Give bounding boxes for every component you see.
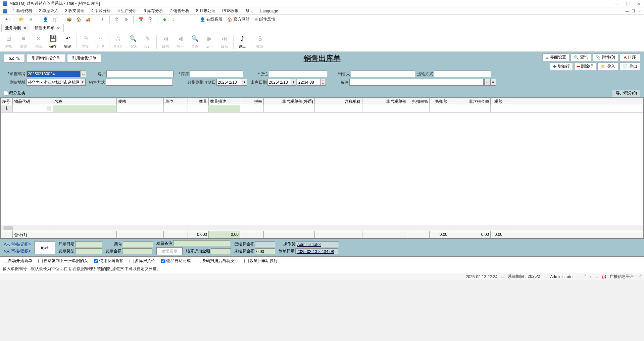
check-auto-copy-header[interactable]: 自动复制上一张单据的头 [38,258,88,264]
toolbar-保存[interactable]: 💾保存 [46,35,60,49]
ship-addr-dropdown[interactable]: ▾ [80,79,86,86]
grid-cell[interactable] [449,105,491,112]
column-header[interactable]: 单位 [164,98,188,105]
link-mail-feedback[interactable]: ✉邮件反馈 [252,16,277,22]
order-ref-button[interactable]: 引用销售订单 [67,54,101,62]
link-official-site[interactable]: 🏠官方网站 [225,16,252,22]
mdi-minimize[interactable]: — [625,9,629,13]
status-icon-2[interactable]: ↓ [589,274,591,279]
check-qty-enter-newline[interactable]: 数量回车后换行 [244,258,278,264]
tb-calendar[interactable]: 📅 [136,16,145,23]
tb-info[interactable]: i [98,16,107,23]
tb-box[interactable]: 📦 [65,16,73,23]
status-more-2[interactable]: ... [543,274,547,279]
grid-cell[interactable] [188,105,209,112]
status-broadcast[interactable]: 广播信息平台 [610,274,634,280]
tb-help[interactable]: ❓ [146,16,154,23]
grid-body[interactable]: 1... [1,105,643,225]
toolbar-退出[interactable]: ⤴退出 [235,35,250,49]
grid-cell[interactable] [362,105,408,112]
grid-cell[interactable] [53,105,117,112]
menu-basic-data[interactable]: 1 基础资料 [9,8,36,14]
grid-cell[interactable] [491,105,504,112]
warehouse-input[interactable] [190,71,243,77]
bom-button[interactable]: b.o.m. [4,54,25,62]
grid-cell[interactable] [315,105,362,112]
customer-input[interactable] [106,71,174,77]
ship-method-input[interactable] [434,71,491,77]
menu-language[interactable]: Language [257,9,281,13]
check-reverse-discount[interactable]: 使用反向折扣 [94,258,123,264]
tb-cart[interactable]: 🛒 [50,16,59,23]
column-header[interactable]: 数量描述 [209,98,240,105]
tb-open[interactable]: 📂 [17,16,26,23]
check-auto-new[interactable]: 自动开始新单 [3,258,32,264]
layout-button[interactable]: ⇄界面设置 [542,53,569,61]
out-time-spinner[interactable]: ▲▼ [320,79,326,86]
column-header[interactable]: 非含税金额 [449,98,491,105]
close-button[interactable]: ✕ [637,1,641,6]
remark-expand[interactable]: ≡ [490,79,496,86]
invoice-date-input[interactable] [75,241,102,247]
tab-close-icon[interactable]: ✕ [57,26,60,31]
tb-truck[interactable]: 🚚 [84,16,92,23]
sale-method-input[interactable] [106,79,173,86]
grid-cell[interactable] [117,105,164,112]
link-online-cs[interactable]: 👤在线客服 [198,16,225,22]
tb-gear[interactable]: ⚙ [122,16,131,23]
tb-clock[interactable]: ⏱ [112,16,121,23]
attachment-button[interactable]: 📎附件(0) [593,53,618,61]
grid-cell[interactable] [240,105,264,112]
sort-button[interactable]: A排序 [620,53,640,61]
tb-user[interactable]: 👤 [41,16,50,23]
column-header[interactable]: 含税单价 [315,98,362,105]
tb-diamond[interactable]: ◆ [160,16,169,23]
unapproved-link-1[interactable]: <未 审核/记帐> [4,242,31,247]
column-header[interactable]: 数量 [188,98,209,105]
tab-navigation[interactable]: 业务导航 ✕ [1,24,30,32]
menu-pos[interactable]: POS收银 [219,8,242,14]
tab-sales-outbound[interactable]: 销售出库单 ✕ [31,24,64,32]
import-button[interactable]: 📁导入 [597,62,618,70]
remark-input[interactable] [349,79,484,86]
out-time-input[interactable] [297,79,320,86]
menu-inventory-analysis[interactable]: 6 库存分析 [140,8,166,14]
mdi-close[interactable]: ✕ [637,9,641,13]
column-header[interactable]: 税率 [240,98,264,105]
add-row-button[interactable]: ✚增加行 [550,62,573,70]
post-button[interactable]: 记账 [34,241,55,254]
invoice-remark-input[interactable] [173,240,230,246]
tb-exit[interactable]: ⤴ [169,16,178,23]
column-header[interactable]: 规格 [117,98,164,105]
column-header[interactable]: 非含税单价(外币) [264,98,315,105]
menu-sales-analysis[interactable]: 7 销售分析 [166,8,193,14]
menu-production-analysis[interactable]: 5 生产分析 [114,8,140,14]
menu-document-input[interactable]: 2 单据录入 [36,8,62,14]
item-lookup-button[interactable]: ... [47,106,51,111]
table-row[interactable]: 1... [1,105,643,113]
grid-horizontal-scrollbar[interactable] [1,225,643,231]
column-header[interactable]: 税额 [491,98,504,105]
tab-close-icon[interactable]: ✕ [23,26,27,31]
column-header[interactable]: 折扣率% [408,98,430,105]
grid-cell[interactable] [264,105,315,112]
operator-value[interactable]: Administrator [296,241,339,247]
out-date-picker[interactable]: ▾ [291,79,296,86]
tb-print[interactable]: 🖨 [27,16,35,23]
invoice-type-input[interactable] [75,248,102,254]
check-auto-complete-item[interactable]: 物品自动完成 [161,258,191,264]
column-header[interactable]: 序号 [1,98,13,105]
out-date-input[interactable] [267,79,291,86]
column-header[interactable]: 名称 [53,98,117,105]
search-button[interactable]: 🔍查询 [571,53,591,61]
quote-ref-button[interactable]: 引用销售报价单 [27,54,65,62]
tb-favorite[interactable]: ★▾ [3,16,11,23]
doc-no-lookup[interactable]: ... [80,71,86,77]
menu-month-end[interactable]: 8 月末处理 [193,8,219,14]
menu-finance[interactable]: 3 收支管理 [62,8,88,14]
grid-cell[interactable]: 1 [1,105,13,112]
grid-cell[interactable] [164,105,188,112]
column-header[interactable]: 物品代码 [13,98,53,105]
remark-more[interactable]: ... [484,79,490,86]
grid-cell[interactable]: ... [13,105,53,112]
